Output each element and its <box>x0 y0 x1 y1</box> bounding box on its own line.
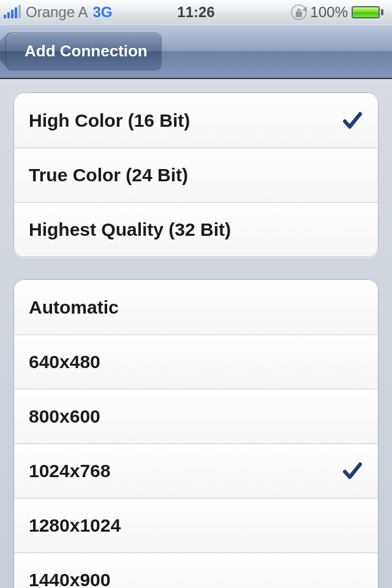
status-time: 11:26 <box>132 4 260 21</box>
resolution-option-label: Automatic <box>29 297 119 318</box>
color_depth-option-label: Highest Quality (32 Bit) <box>29 219 231 240</box>
resolution-option[interactable]: 1024x768 <box>14 443 378 498</box>
status-bar: Orange A 3G 11:26 100% <box>0 0 392 24</box>
network-type-label: 3G <box>92 4 112 21</box>
resolution-option-label: 1024x768 <box>29 461 110 481</box>
checkmark-icon <box>341 110 363 132</box>
resolution-option[interactable]: 1280x1024 <box>14 498 378 552</box>
signal-strength-icon <box>4 6 21 18</box>
battery-percentage: 100% <box>311 4 348 21</box>
color_depth-option-label: High Color (16 Bit) <box>29 110 190 131</box>
settings-page: High Color (16 Bit) True Color (24 Bit)H… <box>0 78 392 588</box>
color-depth-group: High Color (16 Bit) True Color (24 Bit)H… <box>13 92 379 257</box>
navigation-bar: Add Connection <box>0 24 392 78</box>
resolution-group: Automatic640x480800x6001024x768 1280x102… <box>13 279 379 588</box>
orientation-lock-icon <box>291 4 307 20</box>
resolution-option-label: 1280x1024 <box>29 515 121 536</box>
color_depth-option-label: True Color (24 Bit) <box>29 165 188 186</box>
status-right: 100% <box>260 4 388 21</box>
color_depth-option[interactable]: True Color (24 Bit) <box>14 148 378 202</box>
back-button-label: Add Connection <box>24 42 148 61</box>
resolution-option[interactable]: 640x480 <box>14 334 378 389</box>
status-left: Orange A 3G <box>4 4 132 21</box>
color_depth-option[interactable]: Highest Quality (32 Bit) <box>14 202 378 257</box>
resolution-option[interactable]: 800x600 <box>14 389 378 443</box>
resolution-option-label: 640x480 <box>29 352 100 372</box>
carrier-label: Orange A <box>26 4 88 21</box>
color_depth-option[interactable]: High Color (16 Bit) <box>14 93 378 148</box>
resolution-option-label: 800x600 <box>29 406 100 427</box>
back-button[interactable]: Add Connection <box>6 33 161 70</box>
resolution-option[interactable]: Automatic <box>14 280 378 334</box>
resolution-option-label: 1440x900 <box>29 570 110 588</box>
checkmark-icon <box>341 460 363 482</box>
resolution-option[interactable]: 1440x900 <box>14 552 378 588</box>
battery-icon <box>352 6 388 18</box>
